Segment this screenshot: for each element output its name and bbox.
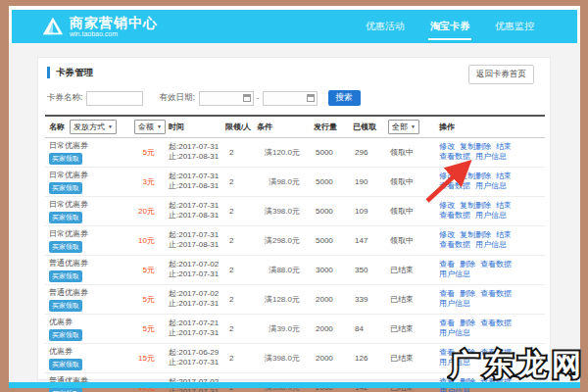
- issued-count: 2000: [314, 343, 353, 372]
- action-link[interactable]: 查看: [439, 348, 455, 357]
- action-link[interactable]: 复制删除: [460, 201, 491, 210]
- actions-cell: 查看删除查看数据用户信息: [439, 314, 545, 343]
- table-row: 普通优惠券买家领取 5元 起:2017-07-02止:2017-07-31 2 …: [45, 284, 545, 314]
- action-link[interactable]: 复制删除: [460, 230, 491, 239]
- status-text: 领取中: [388, 225, 439, 255]
- date-end-input[interactable]: [263, 91, 318, 106]
- date-start-input[interactable]: [199, 91, 254, 106]
- calendar-icon: [243, 94, 251, 102]
- chevron-down-icon: ▼: [157, 123, 162, 129]
- col-header-actions: 操作: [439, 116, 545, 137]
- action-link[interactable]: 查看数据: [439, 181, 470, 190]
- card-management-panel: 卡券管理 返回卡券首页 卡券名称: 有效日期: - 搜索: [37, 57, 551, 380]
- col-header-issued: 发行量: [314, 116, 353, 137]
- brand-domain: win.taobao.com: [70, 30, 158, 37]
- action-link[interactable]: 查看数据: [480, 348, 512, 357]
- coupon-amount: 20元: [131, 196, 169, 225]
- action-link[interactable]: 查看数据: [480, 318, 512, 327]
- table-row: 日常优惠券买家领取 20元 起:2017-07-31止:2017-08-31 2…: [45, 196, 545, 225]
- action-link[interactable]: 查看: [439, 318, 455, 327]
- nav-item-promo-activity[interactable]: 优惠活动: [364, 10, 407, 43]
- calendar-icon: [307, 94, 315, 102]
- time-end: 止:2017-07-31: [169, 358, 225, 368]
- action-link[interactable]: 用户信息: [475, 152, 507, 161]
- amount-filter-select[interactable]: 金额▼: [134, 120, 166, 134]
- buyer-claim-badge: 买家领取: [49, 270, 82, 282]
- buyer-claim-badge: 买家领取: [49, 153, 82, 165]
- received-count: 339: [353, 284, 388, 314]
- action-link[interactable]: 用户信息: [475, 211, 507, 220]
- action-link[interactable]: 删除: [460, 260, 475, 269]
- col-header-name: 名称: [49, 122, 65, 132]
- buyer-claim-badge: 买家领取: [49, 329, 82, 341]
- actions-cell: 修改复制删除结束查看数据用户信息: [439, 196, 545, 225]
- limit-per-person: 2: [225, 225, 253, 255]
- status-text: 已结束: [388, 284, 439, 314]
- action-link[interactable]: 用户信息: [475, 240, 507, 249]
- action-link[interactable]: 查看数据: [480, 260, 512, 269]
- action-link[interactable]: 结束: [496, 201, 512, 210]
- action-link[interactable]: 查看: [439, 289, 455, 298]
- buyer-claim-badge: 买家领取: [49, 300, 82, 312]
- action-link[interactable]: 查看: [439, 260, 455, 269]
- action-link[interactable]: 修改: [439, 142, 455, 151]
- action-link[interactable]: 修改: [439, 201, 455, 210]
- action-link[interactable]: 删除: [460, 318, 475, 327]
- coupon-name-input[interactable]: [86, 91, 143, 106]
- action-link[interactable]: 复制删除: [460, 142, 491, 151]
- action-link[interactable]: 复制删除: [460, 172, 491, 180]
- coupon-table: 名称 发放方式▼ 金额▼ 时间 限领/人 条件 发行量 已领取 全部▼ 操作: [45, 115, 545, 392]
- nav-item-taobao-cards[interactable]: 淘宝卡券: [428, 10, 471, 43]
- search-button[interactable]: 搜索: [328, 90, 361, 106]
- received-count: 296: [353, 137, 388, 167]
- coupon-name: 普通优惠券: [49, 287, 131, 298]
- status-filter-select[interactable]: 全部▼: [388, 120, 419, 134]
- table-row: 日常优惠券买家领取 10元 起:2017-07-31止:2017-08-31 2…: [45, 225, 545, 255]
- use-condition: 满398.0元: [253, 196, 314, 225]
- action-link[interactable]: 删除: [460, 348, 475, 357]
- use-condition: 满298.0元: [253, 225, 314, 255]
- limit-per-person: 2: [225, 255, 253, 284]
- action-link[interactable]: 查看数据: [439, 211, 470, 220]
- action-link[interactable]: 查看数据: [480, 289, 512, 298]
- table-row: 日常优惠券买家领取 3元 起:2017-07-31止:2017-08-31 2 …: [45, 167, 545, 196]
- status-text: 已结束: [388, 255, 439, 284]
- dispatch-filter-select[interactable]: 发放方式▼: [70, 120, 117, 134]
- time-end: 止:2017-07-31: [169, 299, 225, 309]
- valid-date-label: 有效日期:: [159, 92, 194, 104]
- return-home-button[interactable]: 返回卡券首页: [468, 65, 534, 84]
- limit-per-person: 2: [225, 284, 253, 314]
- action-link[interactable]: 查看数据: [439, 240, 470, 249]
- coupon-amount: 10元: [131, 225, 169, 255]
- nav-item-promo-monitor[interactable]: 优惠监控: [493, 10, 536, 43]
- time-end: 止:2017-07-31: [169, 270, 225, 279]
- use-condition: 满88.0元: [253, 255, 314, 284]
- action-link[interactable]: 用户信息: [439, 328, 470, 337]
- action-link[interactable]: 用户信息: [439, 358, 470, 367]
- coupon-amount: 5元: [131, 314, 169, 343]
- action-link[interactable]: 修改: [439, 172, 455, 180]
- action-link[interactable]: 结束: [496, 172, 512, 180]
- top-header-bar: 商家营销中心 win.taobao.com 优惠活动 淘宝卡券 优惠监控: [12, 10, 577, 43]
- action-link[interactable]: 用户信息: [439, 270, 470, 278]
- action-link[interactable]: 结束: [496, 230, 512, 239]
- coupon-amount: 3元: [131, 167, 169, 196]
- main-nav: 优惠活动 淘宝卡券 优惠监控: [364, 10, 536, 43]
- action-link[interactable]: 修改: [439, 230, 455, 239]
- action-link[interactable]: 结束: [496, 142, 512, 151]
- time-end: 止:2017-08-31: [169, 211, 225, 220]
- table-row: 优惠券买家领取 5元 起:2017-07-21止:2017-07-31 2 满3…: [45, 314, 545, 343]
- col-header-time: 时间: [169, 116, 225, 137]
- action-link[interactable]: 查看数据: [439, 152, 470, 161]
- limit-per-person: 2: [225, 167, 253, 196]
- col-header-limit: 限领/人: [225, 116, 253, 137]
- coupon-amount: 5元: [131, 137, 169, 167]
- received-count: 190: [353, 167, 388, 196]
- action-link[interactable]: 用户信息: [475, 181, 507, 190]
- action-link[interactable]: 删除: [460, 289, 475, 298]
- action-link[interactable]: 用户信息: [439, 299, 470, 308]
- footer-bar: [9, 382, 580, 388]
- brand-title: 商家营销中心: [70, 16, 158, 30]
- actions-cell: 查看删除查看数据用户信息: [439, 343, 545, 372]
- col-header-received: 已领取: [353, 116, 388, 137]
